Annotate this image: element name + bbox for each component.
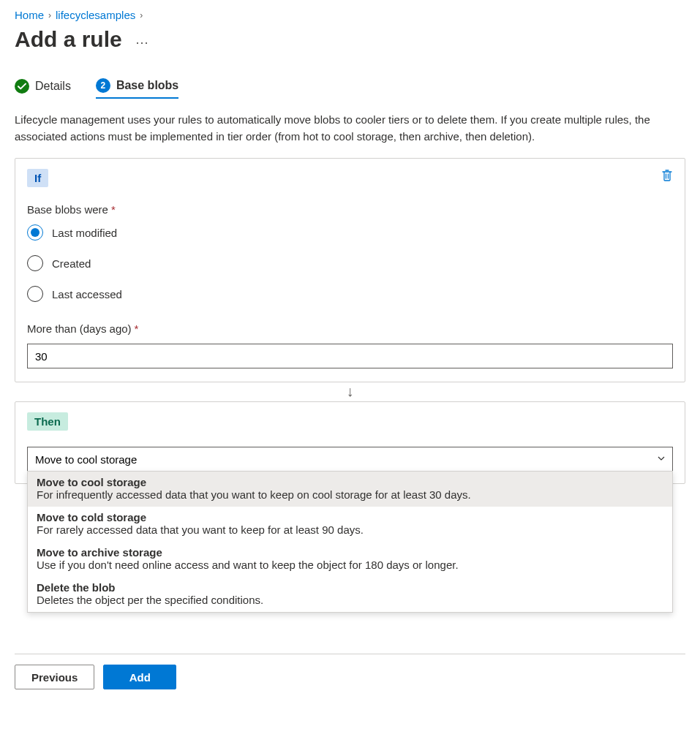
radio-last-modified[interactable]: Last modified <box>27 224 673 241</box>
step-base-blobs[interactable]: 2 Base blobs <box>96 78 178 99</box>
chevron-right-icon: › <box>140 10 143 20</box>
radio-created-label: Created <box>52 257 91 270</box>
breadcrumb-lifecyclesamples[interactable]: lifecyclesamples <box>56 9 135 21</box>
step-details-label: Details <box>35 80 71 93</box>
breadcrumb-home[interactable]: Home <box>15 9 44 21</box>
radio-created[interactable]: Created <box>27 255 673 271</box>
option-desc: Deletes the object per the specified con… <box>37 594 663 606</box>
option-title: Move to archive storage <box>37 546 663 559</box>
breadcrumb: Home › lifecyclesamples › <box>15 9 685 21</box>
base-blobs-radio-group: Last modified Created Last accessed <box>27 224 673 302</box>
option-desc: For infrequently accessed data that you … <box>37 488 663 501</box>
add-button[interactable]: Add <box>103 665 176 689</box>
option-title: Delete the blob <box>37 581 663 594</box>
radio-last-accessed-label: Last accessed <box>52 288 122 300</box>
flow-arrow-icon: ↓ <box>15 382 685 401</box>
radio-last-accessed[interactable]: Last accessed <box>27 286 673 302</box>
action-dropdown-button[interactable]: Move to cool storage <box>27 447 673 472</box>
radio-last-modified-label: Last modified <box>52 227 117 239</box>
then-chip: Then <box>27 412 68 431</box>
footer-actions: Previous Add <box>15 654 685 689</box>
action-dropdown-selected: Move to cool storage <box>35 453 137 466</box>
action-dropdown: Move to cool storage Move to cool storag… <box>27 447 673 472</box>
radio-icon <box>27 255 43 271</box>
checkmark-icon <box>15 79 29 94</box>
more-than-days-label: More than (days ago)* <box>27 322 673 335</box>
then-card: Then Move to cool storage Move to cool s… <box>15 401 685 484</box>
option-desc: Use if you don't need online access and … <box>37 559 663 571</box>
more-icon[interactable]: ⋯ <box>135 29 148 50</box>
option-delete-blob[interactable]: Delete the blob Deletes the object per t… <box>28 577 672 612</box>
chevron-right-icon: › <box>48 10 51 20</box>
base-blobs-were-label: Base blobs were* <box>27 203 673 216</box>
option-desc: For rarely accessed data that you want t… <box>37 523 663 536</box>
days-input[interactable] <box>27 344 673 368</box>
option-move-cool[interactable]: Move to cool storage For infrequently ac… <box>28 472 672 507</box>
option-title: Move to cool storage <box>37 476 663 488</box>
action-dropdown-list: Move to cool storage For infrequently ac… <box>27 471 673 613</box>
radio-icon <box>27 286 43 302</box>
step-number-badge: 2 <box>96 78 110 93</box>
wizard-steps: Details 2 Base blobs <box>15 78 685 99</box>
description-text: Lifecycle management uses your rules to … <box>15 112 685 145</box>
option-move-cold[interactable]: Move to cold storage For rarely accessed… <box>28 507 672 542</box>
step-base-blobs-label: Base blobs <box>116 79 178 92</box>
delete-icon[interactable] <box>661 169 673 184</box>
previous-button[interactable]: Previous <box>15 665 94 689</box>
if-chip: If <box>27 169 48 187</box>
radio-icon <box>27 224 43 241</box>
if-card: If Base blobs were* Last modified Create… <box>15 158 685 382</box>
step-details[interactable]: Details <box>15 79 71 98</box>
page-title: Add a rule <box>15 27 122 52</box>
option-title: Move to cold storage <box>37 511 663 523</box>
option-move-archive[interactable]: Move to archive storage Use if you don't… <box>28 542 672 577</box>
